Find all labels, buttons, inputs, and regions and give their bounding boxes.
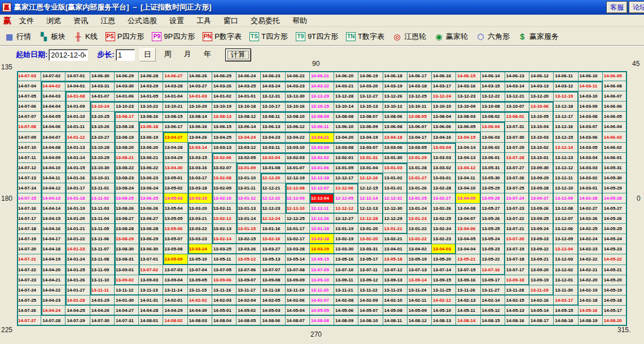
date-cell[interactable]: 13-07-15	[456, 265, 480, 275]
date-cell[interactable]: 14-07-05	[17, 91, 41, 102]
date-cell[interactable]: 13-01-07	[286, 163, 310, 173]
date-cell[interactable]: 13-11-11	[90, 285, 115, 296]
date-cell[interactable]: 13-08-07	[358, 112, 383, 122]
date-cell[interactable]: 14-04-23	[41, 296, 65, 306]
date-cell[interactable]: 13-06-03	[481, 132, 505, 142]
date-cell[interactable]: 13-08-09	[310, 112, 334, 122]
date-cell[interactable]: 13-04-26	[188, 132, 212, 142]
date-cell[interactable]: 13-10-08	[481, 102, 505, 112]
date-cell[interactable]: 13-10-15	[310, 102, 334, 112]
date-cell[interactable]: 14-04-03	[41, 91, 65, 102]
date-cell[interactable]: 14-07-14	[17, 183, 41, 193]
date-cell[interactable]: 13-07-25	[505, 183, 529, 193]
date-cell[interactable]: 14-04-16	[41, 224, 65, 234]
date-cell[interactable]: 13-04-16	[432, 132, 456, 142]
date-cell[interactable]: 13-09-04	[163, 275, 187, 285]
date-cell[interactable]: 13-01-01	[383, 183, 408, 193]
date-cell[interactable]: 13-03-11	[261, 143, 285, 153]
date-cell[interactable]: 14-06-19	[358, 71, 383, 81]
date-cell[interactable]: 14-04-20	[41, 265, 65, 275]
date-cell[interactable]: 13-11-09	[90, 265, 115, 275]
date-cell[interactable]: 13-07-02	[139, 265, 163, 275]
date-cell[interactable]: 14-06-29	[115, 71, 139, 81]
date-cell[interactable]: 13-08-30	[115, 244, 139, 254]
date-cell[interactable]: 14-03-21	[334, 81, 358, 91]
date-cell[interactable]: 14-02-12	[432, 296, 456, 306]
date-cell[interactable]: 13-01-14	[236, 214, 261, 224]
date-cell[interactable]: 14-05-06	[334, 306, 358, 316]
date-cell[interactable]: 14-07-20	[17, 244, 41, 254]
date-cell[interactable]: 14-01-09	[65, 102, 90, 112]
date-cell[interactable]: 14-03-11	[579, 81, 603, 91]
date-cell[interactable]: 13-12-06	[554, 224, 578, 234]
date-cell[interactable]: 14-06-01	[603, 153, 627, 163]
date-cell[interactable]: 13-02-06	[212, 153, 236, 163]
date-cell[interactable]: 13-05-03	[163, 193, 187, 204]
date-cell[interactable]: 14-07-08	[17, 122, 41, 132]
toolbar-item-t-number-table[interactable]: TNT数字表	[346, 32, 384, 42]
date-cell[interactable]: 13-07-22	[505, 214, 529, 224]
date-cell[interactable]: 14-01-17	[65, 183, 90, 193]
date-cell[interactable]: 14-04-06	[41, 122, 65, 132]
date-cell[interactable]: 13-03-30	[334, 244, 358, 254]
date-cell[interactable]: 13-07-13	[408, 265, 432, 275]
date-cell[interactable]: 13-01-19	[334, 224, 358, 234]
date-cell[interactable]: 13-01-21	[383, 224, 408, 234]
date-cell[interactable]: 12-12-17	[334, 173, 358, 183]
date-cell[interactable]: 14-04-30	[188, 306, 212, 316]
date-cell[interactable]: 13-06-14	[236, 122, 261, 132]
date-cell[interactable]: 13-04-13	[456, 153, 480, 163]
date-cell[interactable]: 14-08-14	[456, 316, 480, 326]
date-cell[interactable]: 14-01-24	[65, 254, 90, 264]
date-cell[interactable]: 14-04-26	[90, 306, 115, 316]
date-cell[interactable]: 13-10-30	[90, 163, 115, 173]
date-cell[interactable]: 13-11-03	[90, 204, 115, 214]
toolbar-item-p-square[interactable]: PSP四方形	[106, 32, 144, 42]
date-cell[interactable]: 13-12-31	[261, 91, 285, 102]
date-cell[interactable]: 13-10-04	[529, 122, 554, 132]
date-cell[interactable]: 14-01-27	[65, 285, 90, 296]
date-cell[interactable]: 14-03-28	[163, 81, 187, 91]
date-cell[interactable]: 13-12-12	[554, 163, 578, 173]
date-cell[interactable]: 13-08-22	[115, 163, 139, 173]
date-cell[interactable]: 14-02-05	[261, 296, 285, 306]
date-cell[interactable]: 13-02-21	[383, 234, 408, 244]
date-cell[interactable]: 13-10-20	[188, 102, 212, 112]
date-cell[interactable]: 12-12-07	[310, 183, 334, 193]
date-cell[interactable]: 13-08-26	[115, 204, 139, 214]
date-cell[interactable]: 13-07-18	[505, 254, 529, 264]
date-cell[interactable]: 13-07-17	[505, 265, 529, 275]
date-cell[interactable]: 12-12-11	[310, 204, 334, 214]
date-cell[interactable]: 13-08-14	[188, 112, 212, 122]
date-cell[interactable]: 12-12-09	[286, 193, 310, 204]
date-cell[interactable]: 12-12-31	[383, 193, 408, 204]
date-cell[interactable]: 12-12-24	[261, 214, 285, 224]
date-cell[interactable]: 14-05-13	[505, 306, 529, 316]
date-cell[interactable]: 14-06-20	[334, 71, 358, 81]
date-cell[interactable]: 14-07-10	[17, 143, 41, 153]
date-cell[interactable]: 13-02-19	[334, 234, 358, 244]
unit-option-0[interactable]: 日	[139, 48, 156, 61]
date-cell[interactable]: 13-04-11	[456, 173, 480, 183]
date-cell[interactable]: 12-12-16	[358, 173, 383, 183]
date-cell[interactable]: 14-02-26	[579, 214, 603, 224]
date-cell[interactable]: 14-07-13	[17, 173, 41, 183]
date-cell[interactable]: 13-05-02	[163, 183, 187, 193]
date-cell[interactable]: 14-05-15	[554, 306, 578, 316]
date-cell[interactable]: 13-01-02	[383, 173, 408, 183]
date-cell[interactable]: 13-06-08	[383, 122, 408, 132]
date-cell[interactable]: 13-12-07	[554, 214, 578, 224]
date-cell[interactable]: 13-02-28	[432, 183, 456, 193]
date-cell[interactable]: 13-11-25	[432, 285, 456, 296]
date-cell[interactable]: 13-09-26	[529, 204, 554, 214]
date-cell[interactable]: 13-04-27	[163, 132, 187, 142]
date-cell[interactable]: 13-10-29	[90, 153, 115, 163]
date-cell[interactable]: 13-01-06	[310, 163, 334, 173]
date-cell[interactable]: 12-12-20	[261, 173, 285, 183]
date-cell[interactable]: 13-05-31	[481, 163, 505, 173]
date-cell[interactable]: 13-04-21	[310, 132, 334, 142]
start-date-input[interactable]	[49, 49, 88, 61]
date-cell[interactable]: 14-06-14	[481, 71, 505, 81]
date-cell[interactable]: 13-09-29	[529, 173, 554, 183]
date-cell[interactable]: 13-06-30	[139, 244, 163, 254]
